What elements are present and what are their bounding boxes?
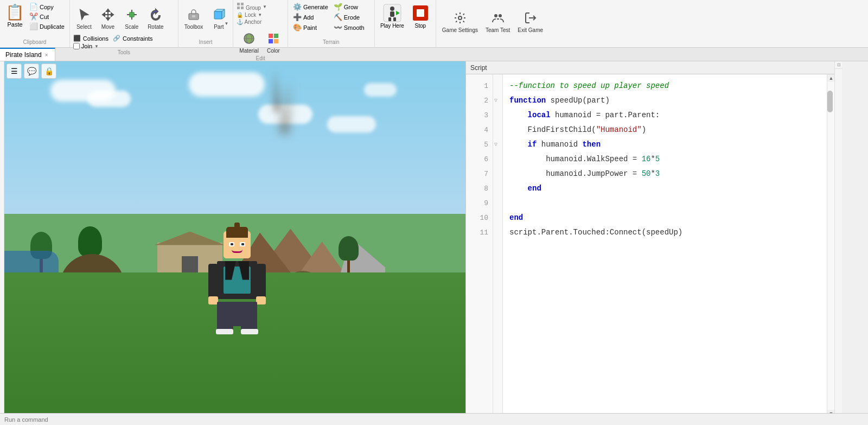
right-strip: ⊡ ⊡	[834, 61, 842, 425]
bottom-bar	[0, 413, 868, 425]
team-test-label: Team Test	[486, 27, 510, 33]
svg-rect-10	[237, 7, 240, 9]
script-body: 1 2 3 4 5 6 7 8 9 10 11 ▽	[466, 74, 827, 417]
toolbox-button[interactable]: Toolbox	[182, 2, 206, 34]
script-panel: Script 1 2 3 4 5 6 7 8 9 10 11	[465, 61, 834, 425]
viewport-chat-icon[interactable]: 💬	[24, 64, 39, 79]
game-settings-button[interactable]: Game Settings	[439, 2, 481, 40]
erode-button[interactable]: ⛏️ Erode	[332, 12, 366, 22]
move-button[interactable]: Move	[97, 2, 119, 34]
terrain-section-label: Terrain	[291, 39, 371, 45]
exit-game-button[interactable]: Exit Game	[515, 2, 546, 40]
svg-rect-7	[214, 11, 222, 19]
stop-button[interactable]: Stop	[409, 2, 432, 30]
rotate-label: Rotate	[148, 24, 163, 30]
viewport-scene	[4, 61, 465, 425]
color-label: Color	[267, 48, 280, 54]
fold-arrows: ▽ ▽	[493, 74, 503, 417]
copy-button[interactable]: 📄 Copy	[28, 2, 66, 11]
scroll-up-arrow[interactable]: ▲	[827, 74, 834, 82]
code-line-6: humanoid.WalkSpeed = 16*5	[509, 152, 820, 167]
part-dropdown-arrow[interactable]: ▼	[224, 21, 228, 26]
anchor-label[interactable]: ⚓ Anchor	[237, 19, 261, 25]
svg-point-27	[458, 16, 462, 20]
lock-dropdown-arrow[interactable]: ▼	[258, 12, 262, 17]
constraints-button[interactable]: Constraints	[123, 35, 153, 42]
terrain-section: ⚙️ Generate ➕ Add 🎨 Paint 🌱 Grow	[288, 0, 375, 47]
svg-rect-18	[274, 39, 278, 43]
paint-label: Paint	[303, 24, 317, 31]
svg-rect-26	[417, 9, 424, 17]
tab-close-button[interactable]: ×	[44, 52, 49, 58]
fold-arrow-2[interactable]: ▽	[493, 93, 502, 108]
svg-point-20	[390, 7, 394, 11]
code-area[interactable]: --function to speed up player speed func…	[503, 74, 827, 417]
svg-rect-15	[269, 34, 273, 38]
rotate-button[interactable]: Rotate	[145, 2, 167, 34]
add-button[interactable]: ➕ Add	[291, 12, 330, 22]
part-button[interactable]: Part ▼	[208, 2, 229, 34]
toolbox-label: Toolbox	[184, 24, 203, 30]
generate-button[interactable]: ⚙️ Generate	[291, 2, 330, 11]
code-line-5: if humanoid then	[509, 137, 820, 152]
move-label: Move	[101, 24, 114, 30]
play-section: Play Here Stop	[375, 0, 436, 47]
script-panel-header: Script	[466, 61, 834, 74]
join-label[interactable]: Join	[81, 43, 92, 49]
add-label: Add	[303, 14, 314, 21]
exit-game-label: Exit Game	[518, 27, 543, 33]
svg-rect-23	[393, 17, 396, 21]
paste-button[interactable]: 📋 Paste	[3, 2, 27, 31]
viewport-tab[interactable]: Pirate Island ×	[0, 48, 55, 61]
scroll-thumb[interactable]	[827, 91, 833, 112]
cut-button[interactable]: ✂️ Cut	[28, 12, 66, 21]
join-dropdown-arrow[interactable]: ▼	[94, 44, 99, 49]
join-checkbox[interactable]	[73, 43, 80, 49]
paste-label: Paste	[7, 21, 22, 28]
code-line-8: end	[509, 181, 820, 196]
scale-label: Scale	[125, 24, 138, 30]
scale-button[interactable]: Scale	[121, 2, 143, 34]
lock-label[interactable]: 🔒 Lock	[237, 12, 256, 18]
code-line-11: script.Parent.Touched:Connect(speedUp)	[509, 225, 820, 240]
clipboard-section-label: Clipboard	[3, 39, 66, 45]
game-settings-label: Game Settings	[442, 27, 478, 33]
smooth-button[interactable]: 〰️ Smooth	[332, 23, 366, 32]
team-test-button[interactable]: Team Test	[483, 2, 513, 40]
select-label: Select	[76, 24, 92, 30]
main-content: ☰ 💬 🔒	[0, 61, 868, 425]
grow-button[interactable]: 🌱 Grow	[332, 2, 366, 11]
erode-label: Erode	[344, 14, 360, 21]
group-dropdown-arrow[interactable]: ▼	[263, 4, 267, 9]
collisions-button[interactable]: Collisions	[83, 35, 108, 42]
code-line-4: FindFirstChild("Humanoid")	[509, 123, 820, 137]
color-button[interactable]: Color	[263, 28, 284, 55]
material-button[interactable]: Material	[237, 28, 261, 55]
group-label[interactable]: Group	[237, 2, 261, 11]
fold-arrow-5[interactable]: ▽	[493, 137, 502, 152]
code-line-10: end	[509, 211, 820, 225]
viewport-lock-icon[interactable]: 🔒	[41, 64, 56, 79]
viewport[interactable]: ☰ 💬 🔒	[4, 61, 465, 425]
paint-button[interactable]: 🎨 Paint	[291, 23, 330, 32]
script-scrollbar-v[interactable]: ▲ ▼	[827, 74, 834, 417]
code-line-7: humanoid.JumpPower = 50*3	[509, 167, 820, 181]
left-sidebar	[0, 61, 4, 425]
duplicate-button[interactable]: ⬜ Duplicate	[28, 22, 66, 31]
svg-rect-6	[192, 15, 195, 17]
command-input[interactable]	[4, 416, 113, 423]
line-numbers: 1 2 3 4 5 6 7 8 9 10 11	[466, 74, 493, 417]
svg-rect-8	[237, 3, 240, 5]
code-line-1: --function to speed up player speed	[509, 79, 820, 93]
code-line-2: function speedUp(part)	[509, 93, 820, 108]
svg-point-28	[494, 14, 497, 17]
right-strip-top[interactable]: ⊡	[835, 61, 843, 69]
svg-rect-9	[241, 3, 244, 5]
svg-point-29	[499, 14, 502, 17]
play-here-label: Play Here	[380, 23, 404, 29]
generate-label: Generate	[303, 4, 328, 10]
select-button[interactable]: Select	[73, 2, 95, 34]
viewport-menu-icon[interactable]: ☰	[7, 64, 22, 79]
play-here-button[interactable]: Play Here	[378, 2, 406, 30]
cut-label: Cut	[40, 14, 49, 20]
